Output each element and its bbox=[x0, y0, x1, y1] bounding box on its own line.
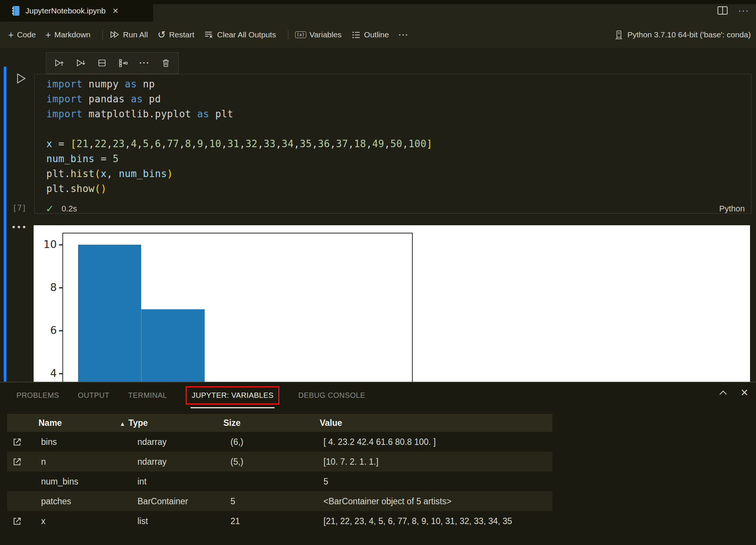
variable-type: ndarray bbox=[137, 437, 167, 447]
clear-outputs-button[interactable]: Clear All Outputs bbox=[204, 30, 276, 40]
code-line[interactable]: import numpy as np bbox=[46, 77, 433, 92]
outline-label: Outline bbox=[364, 30, 389, 39]
toolbar-divider bbox=[102, 30, 103, 40]
toolbar-more-button[interactable]: ··· bbox=[399, 30, 409, 39]
code-line[interactable]: import pandas as pd bbox=[46, 92, 433, 106]
cell-output-plot: 10864 bbox=[34, 225, 750, 382]
code-line[interactable]: plt.hist(x, num_bins) bbox=[46, 166, 433, 181]
variables-label: Variables bbox=[310, 30, 342, 39]
variable-value: 5 bbox=[323, 476, 551, 486]
open-data-viewer-icon[interactable] bbox=[12, 456, 23, 467]
restart-label: Restart bbox=[169, 30, 195, 39]
panel-maximize-icon[interactable] bbox=[718, 388, 728, 397]
execution-duration: 0.2s bbox=[62, 204, 77, 214]
split-editor-icon[interactable] bbox=[717, 6, 728, 15]
split-cell-button[interactable] bbox=[97, 58, 107, 68]
run-below-icon bbox=[75, 58, 86, 68]
y-tick-mark bbox=[59, 244, 62, 245]
variable-row[interactable]: xlist21[21, 22, 23, 4, 5, 6, 77, 8, 9, 1… bbox=[7, 511, 552, 531]
variable-row[interactable]: patchesBarContainer5<BarContainer object… bbox=[7, 491, 552, 511]
column-header-name[interactable]: Name bbox=[38, 418, 62, 428]
y-tick-label: 6 bbox=[39, 324, 57, 337]
run-above-button[interactable] bbox=[54, 58, 64, 68]
variable-name: num_bins bbox=[41, 476, 78, 486]
open-data-viewer-icon[interactable] bbox=[12, 436, 23, 448]
variable-name: n bbox=[41, 456, 46, 467]
panel-tab-problems[interactable]: PROBLEMS bbox=[16, 391, 59, 400]
variables-table-header: Name ▲Type Size Value bbox=[7, 414, 552, 432]
add-code-button[interactable]: + Code bbox=[8, 30, 36, 39]
code-line[interactable]: num_bins = 5 bbox=[46, 151, 433, 166]
tab-close-icon[interactable]: ✕ bbox=[112, 6, 119, 15]
histogram-bar bbox=[78, 245, 141, 382]
panel-tab-output[interactable]: OUTPUT bbox=[78, 391, 109, 400]
variable-type: ndarray bbox=[137, 456, 167, 467]
success-check-icon: ✓ bbox=[46, 203, 54, 215]
variables-rows: binsndarray(6,)[ 4. 23.2 42.4 61.6 80.8 … bbox=[7, 432, 552, 531]
variable-value: [21, 22, 23, 4, 5, 6, 77, 8, 9, 10, 31, … bbox=[323, 516, 551, 526]
open-data-viewer-icon[interactable] bbox=[12, 515, 23, 527]
add-code-label: Code bbox=[17, 30, 36, 39]
histogram-bar bbox=[141, 309, 205, 382]
plus-icon: + bbox=[8, 31, 14, 38]
variable-type: int bbox=[137, 476, 146, 486]
cell-toolbar: ··· bbox=[46, 52, 179, 74]
y-tick-mark bbox=[59, 373, 62, 374]
more-actions-icon[interactable]: ··· bbox=[738, 5, 749, 16]
restart-button[interactable]: ↺ Restart bbox=[158, 30, 194, 39]
ellipsis-icon: ··· bbox=[399, 30, 409, 39]
code-line[interactable]: plt.show() bbox=[46, 181, 433, 196]
run-all-button[interactable]: Run All bbox=[109, 30, 148, 40]
outline-button[interactable]: Outline bbox=[351, 30, 389, 40]
variable-name: bins bbox=[41, 437, 57, 447]
cell-more-button[interactable]: ··· bbox=[139, 58, 150, 68]
run-all-icon bbox=[109, 30, 120, 40]
delete-cell-button[interactable] bbox=[161, 58, 171, 68]
tab-title: JupyterNotebook.ipynb bbox=[25, 6, 106, 15]
panel-tab-debug-console[interactable]: DEBUG CONSOLE bbox=[298, 391, 365, 400]
code-line[interactable]: x = [21,22,23,4,5,6,77,8,9,10,31,32,33,3… bbox=[46, 136, 433, 151]
variable-size: 21 bbox=[230, 516, 240, 526]
panel-tab-terminal[interactable]: TERMINAL bbox=[128, 391, 167, 400]
code-line[interactable] bbox=[46, 121, 433, 136]
kernel-icon bbox=[614, 30, 624, 40]
variable-type: BarContainer bbox=[137, 496, 188, 506]
y-tick-mark bbox=[59, 287, 62, 288]
kernel-picker[interactable]: Python 3.7.10 64-bit ('base': conda) bbox=[614, 22, 751, 48]
sort-ascending-icon: ▲ bbox=[120, 421, 126, 427]
execution-count: [7] bbox=[10, 204, 29, 213]
column-header-type[interactable]: ▲Type bbox=[120, 418, 148, 428]
cell-status: ✓ 0.2s bbox=[46, 203, 77, 215]
variable-row[interactable]: num_binsint5 bbox=[7, 471, 552, 491]
variable-size: 5 bbox=[230, 496, 235, 506]
code-editor[interactable]: import numpy as npimport pandas as pdimp… bbox=[46, 77, 433, 196]
restart-icon: ↺ bbox=[158, 31, 166, 39]
variable-row[interactable]: nndarray(5,)[10. 7. 2. 1. 1.] bbox=[7, 452, 552, 471]
run-below-button[interactable] bbox=[75, 58, 86, 68]
add-markdown-button[interactable]: + Markdown bbox=[46, 30, 90, 39]
run-above-icon bbox=[54, 58, 64, 68]
change-cell-icon bbox=[118, 58, 128, 68]
split-cell-icon bbox=[97, 58, 107, 68]
column-header-value[interactable]: Value bbox=[320, 418, 342, 428]
variable-type: list bbox=[137, 516, 148, 526]
y-tick-label: 8 bbox=[39, 281, 57, 294]
code-line[interactable]: import matplotlib.pyplot as plt bbox=[46, 106, 433, 121]
change-cell-button[interactable] bbox=[118, 58, 128, 68]
variables-button[interactable]: (x) Variables bbox=[295, 30, 342, 39]
variable-row[interactable]: binsndarray(6,)[ 4. 23.2 42.4 61.6 80.8 … bbox=[7, 432, 552, 452]
editor-tab[interactable]: JupyterNotebook.ipynb ✕ bbox=[0, 0, 153, 22]
panel-tab-jupyter-variables[interactable]: JUPYTER: VARIABLES bbox=[186, 386, 279, 405]
play-icon bbox=[13, 71, 28, 86]
variable-name: x bbox=[41, 516, 46, 526]
add-markdown-label: Markdown bbox=[54, 30, 90, 39]
trash-icon bbox=[161, 58, 171, 68]
panel-close-icon[interactable]: ✕ bbox=[740, 387, 749, 399]
run-cell-button[interactable] bbox=[13, 71, 28, 86]
cell-language-button[interactable]: Python bbox=[693, 204, 745, 214]
output-options-icon[interactable]: ●●● bbox=[12, 223, 28, 230]
y-tick-label: 4 bbox=[39, 367, 57, 380]
notebook-icon bbox=[11, 5, 20, 16]
panel-tabs: PROBLEMSOUTPUTTERMINALJUPYTER: VARIABLES… bbox=[16, 382, 365, 409]
column-header-size[interactable]: Size bbox=[223, 418, 241, 428]
